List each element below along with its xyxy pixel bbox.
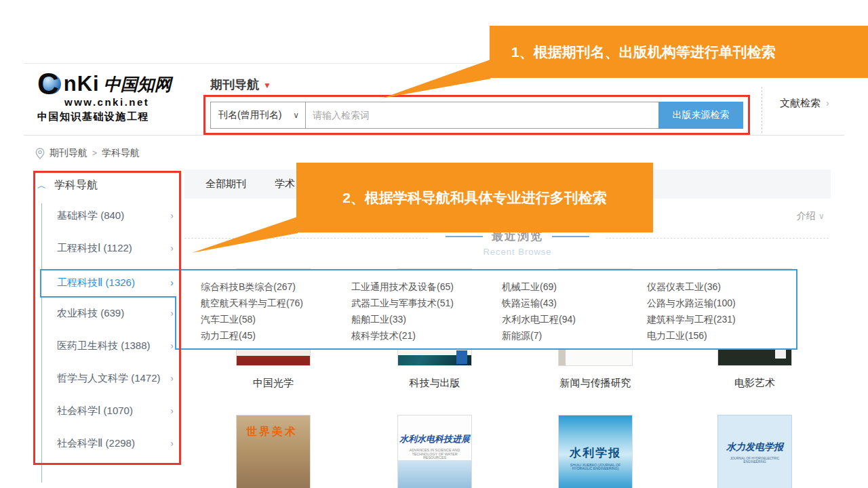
journal-title-label[interactable]: 科技与出版 <box>397 377 472 390</box>
flyout-link[interactable]: 动力工程(45) <box>201 327 346 344</box>
journal-title-label[interactable]: 电影艺术 <box>717 377 792 390</box>
sidebar-item-social-science-1[interactable]: 社会科学Ⅰ (1070)› <box>57 404 174 418</box>
sidebar-vertical-rule <box>41 203 42 483</box>
sidebar-item-engineering-1[interactable]: 工程科技Ⅰ (1122)› <box>57 241 174 255</box>
chevron-down-icon: ∨ <box>818 211 825 221</box>
flyout-link[interactable]: 武器工业与军事技术(51) <box>351 295 496 311</box>
flyout-link[interactable]: 汽车工业(58) <box>201 311 346 327</box>
annotation-callout-2-arrow <box>192 214 298 253</box>
cnki-journal-navigation-page: C nKi 中国知网 www.cnki.net 中国知识基础设施工程 期刊导航▼… <box>0 0 868 488</box>
cnki-logo-c: C <box>37 70 59 98</box>
caret-down-icon: ▼ <box>263 81 271 90</box>
heading-rule-left <box>446 236 483 237</box>
sidebar-item-philosophy-humanities[interactable]: 哲学与人文科学 (1472)› <box>57 371 174 385</box>
cnki-logo-url: www.cnki.net <box>37 96 186 108</box>
recent-browse-subtitle: Recent Browse <box>429 247 606 257</box>
flyout-link[interactable]: 工业通用技术及设备(65) <box>351 279 496 295</box>
chevron-right-icon: › <box>170 277 174 288</box>
breadcrumb-root[interactable]: 期刊导航 <box>50 147 87 159</box>
flyout-link[interactable]: 航空航天科学与工程(76) <box>201 295 346 311</box>
flyout-link[interactable]: 电力工业(156) <box>647 327 792 344</box>
flyout-link[interactable]: 建筑科学与工程(231) <box>647 311 792 327</box>
subject-navigation-title: 学科导航 <box>54 178 98 192</box>
header-dashed-divider <box>762 87 762 133</box>
breadcrumb-separator: > <box>92 148 97 158</box>
chevron-right-icon: › <box>826 98 829 108</box>
sidebar-item-social-science-2[interactable]: 社会科学Ⅱ (2298)› <box>57 436 174 450</box>
flyout-link[interactable]: 综合科技B类综合(267) <box>201 279 346 295</box>
journal-navigation-title[interactable]: 期刊导航▼ <box>210 77 271 93</box>
tab-academic[interactable]: 学术 <box>275 178 295 190</box>
cnki-logo-tagline: 中国知识基础设施工程 <box>37 110 186 123</box>
journal-cover-shuili-shuidian-keji-jinzhan[interactable]: 水利水电科技进展 ADVANCES IN SCIENCE AND TECHNOL… <box>397 415 472 488</box>
sidebar-item-medicine-health[interactable]: 医药卫生科技 (1388)› <box>57 339 174 352</box>
flyout-link[interactable]: 新能源(7) <box>502 327 647 344</box>
breadcrumb: 期刊导航 > 学科导航 <box>35 147 140 159</box>
sidebar-item-engineering-2[interactable]: 工程科技Ⅱ (1326)› <box>57 276 174 289</box>
annotation-red-box-search <box>203 95 750 135</box>
flyout-link[interactable]: 铁路运输(43) <box>502 295 647 311</box>
journal-title-label[interactable]: 新闻与传播研究 <box>558 377 633 390</box>
tab-all-journals[interactable]: 全部期刊 <box>205 178 246 190</box>
flyout-link[interactable]: 船舶工业(33) <box>351 311 496 327</box>
recent-browse-heading: 最近浏览 Recent Browse <box>429 228 606 257</box>
heading-rule-right <box>552 236 589 237</box>
annotation-callout-2: 2、根据学科导航和具体专业进行多刊检索 <box>296 163 653 232</box>
cnki-logo-nki: nKi <box>64 72 100 96</box>
literature-search-link[interactable]: 文献检索› <box>780 97 829 110</box>
journal-cover-shuili-xuebao[interactable]: 水利学报 SHUILI XUEBAO (JOURNAL OF HYDRAULIC… <box>558 415 633 488</box>
flyout-link[interactable]: 公路与水路运输(100) <box>647 295 792 311</box>
flyout-link[interactable]: 仪器仪表工业(36) <box>647 279 792 295</box>
annotation-callout-1-arrow <box>382 58 490 98</box>
flyout-link[interactable]: 水利水电工程(94) <box>502 311 647 327</box>
sidebar-item-agriculture[interactable]: 农业科技 (639)› <box>57 306 174 320</box>
location-pin-icon <box>35 148 45 159</box>
chevron-right-icon: › <box>170 340 174 351</box>
flyout-link[interactable]: 核科学技术(21) <box>351 327 496 344</box>
chevron-up-icon[interactable]: ︿ <box>37 180 46 192</box>
journal-cover-shuili-fadian-xuebao[interactable]: 水力发电学报 JOURNAL OF HYDROELECTRIC ENGINEER… <box>717 415 792 488</box>
sidebar-item-basic-science[interactable]: 基础科学 (840)› <box>57 209 174 222</box>
subject-flyout-panel: 综合科技B类综合(267) 航空航天科学与工程(76) 汽车工业(58) 动力工… <box>175 269 797 350</box>
chevron-right-icon: › <box>170 373 174 384</box>
chevron-right-icon: › <box>170 243 174 253</box>
cnki-logo[interactable]: C nKi 中国知网 www.cnki.net 中国知识基础设施工程 <box>37 69 186 126</box>
annotation-callout-1: 1、根据期刊名、出版机构等进行单刊检索 <box>490 26 868 78</box>
breadcrumb-current: 学科导航 <box>102 147 140 159</box>
header-bottom-divider <box>24 135 844 136</box>
chevron-right-icon: › <box>170 438 174 449</box>
intro-toggle[interactable]: 介绍∨ <box>797 210 825 222</box>
flyout-link[interactable]: 机械工业(69) <box>502 279 647 295</box>
chevron-right-icon: › <box>170 405 174 416</box>
journal-cover-shijie-meishu[interactable]: 世界美术 <box>236 415 311 488</box>
cnki-logo-wordmark: C nKi 中国知网 <box>37 69 186 99</box>
chevron-right-icon: › <box>170 308 174 319</box>
cnki-logo-cn-name: 中国知网 <box>104 73 172 96</box>
journal-title-label[interactable]: 中国光学 <box>236 377 311 390</box>
chevron-right-icon: › <box>170 210 174 221</box>
